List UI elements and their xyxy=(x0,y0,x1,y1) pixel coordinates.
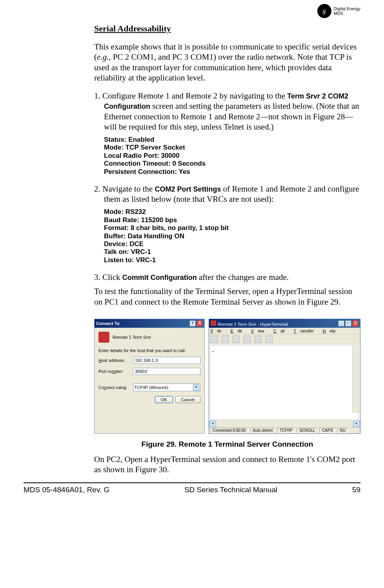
menu-transfer[interactable]: Transfer xyxy=(294,329,318,333)
dialog-prompt: Enter details for the host that you want… xyxy=(98,348,200,353)
intro-part2: PC 2 COM1, and PC 3 COM1) over the radio… xyxy=(94,52,352,82)
cfg2-l5: Device: DCE xyxy=(104,240,360,248)
cfg1-l1: Status: Enabled xyxy=(104,136,360,144)
connect-using-select[interactable]: TCP/IP (Winsock) ▾ xyxy=(133,383,200,391)
hyper-title-text: Remote 1 Term Srvr - HyperTerminal xyxy=(218,322,288,327)
footer-left: MDS 05-4846A01, Rev. G xyxy=(24,486,109,494)
menu-call[interactable]: Call xyxy=(273,329,289,333)
connect-using-label: Connect using: xyxy=(98,385,131,390)
intro-paragraph: This example shows that it is possible t… xyxy=(94,42,360,83)
section-title: Serial Addressability xyxy=(94,24,360,34)
hyper-titlebar[interactable]: Remote 1 Term Srvr - HyperTerminal _ □ X xyxy=(209,319,360,328)
status-detect: Auto detect xyxy=(250,428,276,433)
port-number-input[interactable] xyxy=(133,368,200,375)
dialog-titlebar[interactable]: Connect To ? X xyxy=(95,319,204,328)
menu-file[interactable]: File xyxy=(211,329,226,333)
open-icon[interactable] xyxy=(222,336,229,343)
cfg1-l2: Mode: TCP Server Socket xyxy=(104,144,360,152)
figure-29: Connect To ? X Remote 1 Term Srvr Enter … xyxy=(94,319,360,434)
send-icon[interactable] xyxy=(255,336,262,343)
step1-text-a: Configure Remote 1 and Remote 2 by navig… xyxy=(100,91,288,100)
scrollbar-horizontal[interactable]: ◂ ▸ xyxy=(209,420,360,427)
hyperterminal-icon xyxy=(211,320,216,326)
phone-icon xyxy=(98,332,109,343)
config-block-2: Mode: RS232 Baud Rate: 115200 bps Format… xyxy=(104,208,360,264)
statusbar: Connected 0:00:00 Auto detect TCP/IP SCR… xyxy=(209,427,360,433)
cfg2-l7: Listen to: VRC-1 xyxy=(104,256,360,264)
test-paragraph: To test the functionality of the Termina… xyxy=(94,286,360,307)
port-number-label: Port number: xyxy=(98,369,131,374)
dialog-title-text: Connect To xyxy=(96,321,120,326)
cursor: _ xyxy=(212,347,214,352)
close-button[interactable]: X xyxy=(197,320,203,327)
session-name: Remote 1 Term Srvr xyxy=(113,335,151,340)
help-button[interactable]: ? xyxy=(189,320,196,327)
cfg2-l6: Talk on: VRC-1 xyxy=(104,248,360,256)
ge-monogram-icon: g xyxy=(317,4,331,18)
status-connected: Connected 0:00:00 xyxy=(210,428,249,433)
step-2: 2. Navigate to the COM2 Port Settings of… xyxy=(94,184,360,205)
menu-help[interactable]: Help xyxy=(323,329,340,333)
host-address-label: Host address: xyxy=(98,358,131,363)
cfg1-l3: Local Radio Port: 30000 xyxy=(104,152,360,160)
connect-to-dialog: Connect To ? X Remote 1 Term Srvr Enter … xyxy=(94,319,205,434)
host-address-input[interactable] xyxy=(133,357,200,364)
disconnect-icon[interactable] xyxy=(233,336,240,343)
step3-bold: Commit Configuration xyxy=(122,274,197,281)
menubar[interactable]: File Edit View Call Transfer Help xyxy=(209,328,360,334)
brand-line2: MDS xyxy=(334,11,360,16)
window-close-button[interactable]: X xyxy=(352,320,359,327)
status-scroll: SCROLL xyxy=(297,428,318,433)
footer-center: SD Series Technical Manual xyxy=(184,486,277,494)
intro-italic: e.g., xyxy=(97,52,111,62)
maximize-button[interactable]: □ xyxy=(345,320,351,327)
closing-paragraph: On PC2, Open a HyperTerminal session and… xyxy=(94,454,360,475)
scrollbar-vertical[interactable] xyxy=(352,345,359,413)
cfg1-l4: Connection Timeout: 0 Seconds xyxy=(104,160,360,168)
step3-text-b: after the changes are made. xyxy=(197,272,289,282)
step2-bold: COM2 Port Settings xyxy=(155,185,221,193)
hyperterminal-window: Remote 1 Term Srvr - HyperTerminal _ □ X… xyxy=(209,319,360,434)
properties-icon[interactable] xyxy=(266,336,273,343)
brand-text: Digital Energy MDS xyxy=(334,6,360,16)
toolbar xyxy=(209,334,360,344)
step2-num: 2. xyxy=(94,184,100,194)
step-1: 1. Configure Remote 1 and Remote 2 by na… xyxy=(94,91,360,132)
minimize-button[interactable]: _ xyxy=(338,320,344,327)
ok-button[interactable]: OK xyxy=(155,396,173,403)
config-block-1: Status: Enabled Mode: TCP Server Socket … xyxy=(104,136,360,176)
scroll-left-icon[interactable]: ◂ xyxy=(209,421,216,427)
brand-line1: Digital Energy xyxy=(334,6,360,11)
page-footer: MDS 05-4846A01, Rev. G SD Series Technic… xyxy=(24,482,360,494)
new-icon[interactable] xyxy=(211,336,218,343)
status-protocol: TCP/IP xyxy=(277,428,295,433)
chevron-down-icon[interactable]: ▾ xyxy=(193,384,199,391)
status-num: NU xyxy=(337,428,348,433)
menu-edit[interactable]: Edit xyxy=(231,329,246,333)
cfg2-l1: Mode: RS232 xyxy=(104,208,360,216)
menu-view[interactable]: View xyxy=(251,329,268,333)
figure-caption: Figure 29. Remote 1 Terminal Server Conn… xyxy=(94,440,360,449)
cfg2-l4: Buffer: Data Handling ON xyxy=(104,232,360,240)
connect-using-value: TCP/IP (Winsock) xyxy=(134,385,168,390)
cfg2-l3: Format: 8 char bits, no parity, 1 stop b… xyxy=(104,224,360,232)
status-caps: CAPS xyxy=(319,428,335,433)
cfg2-l2: Baud Rate: 115200 bps xyxy=(104,216,360,224)
cfg1-l5: Persistent Connection: Yes xyxy=(104,168,360,176)
brand-logo: g Digital Energy MDS xyxy=(317,4,360,18)
step2-text-a: Navigate to the xyxy=(100,184,155,194)
step1-num: 1. xyxy=(94,91,100,100)
step3-num: 3. xyxy=(94,272,100,282)
call-icon[interactable] xyxy=(244,336,251,343)
step-3: 3. Click Commit Configuration after the … xyxy=(94,272,360,282)
terminal-body[interactable]: _ xyxy=(210,345,359,420)
step3-text-a: Click xyxy=(100,272,122,282)
scroll-right-icon[interactable]: ▸ xyxy=(353,421,360,427)
footer-right: 59 xyxy=(352,486,360,494)
cancel-button[interactable]: Cancel xyxy=(175,396,200,403)
